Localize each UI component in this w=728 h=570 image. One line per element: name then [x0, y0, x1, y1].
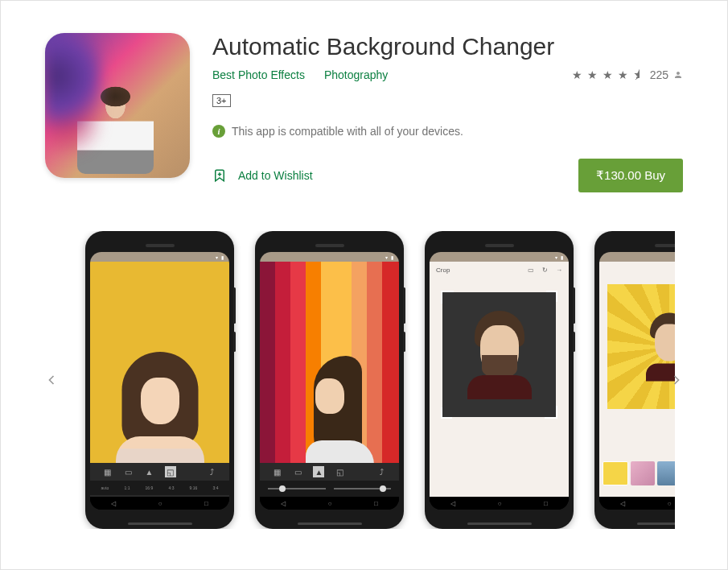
star-icons: ★ ★ ★ ★ ⯨ [572, 68, 645, 81]
compatibility-text: This app is compatible with all of your … [232, 125, 463, 138]
developer-link[interactable]: Best Photo Effects [212, 68, 305, 81]
image-icon: ▭ [292, 466, 303, 477]
screenshots-carousel: ▾ ▮ ▦ ▭ ▲ ◱ ⤴ [45, 231, 683, 529]
rating-block[interactable]: ★ ★ ★ ★ ⯨ 225 [572, 68, 683, 81]
info-icon: i [212, 125, 225, 138]
carousel-prev-button[interactable] [37, 366, 66, 394]
gallery-icon: ▦ [271, 466, 282, 477]
gallery-icon: ▦ [101, 466, 113, 477]
screenshot-3[interactable]: ▾ ▮ Crop ▭↻→ ◁○□ [425, 231, 574, 529]
app-title: Automatic Background Changer [212, 33, 683, 60]
share-icon: ⤴ [376, 466, 388, 477]
screenshot-1[interactable]: ▾ ▮ ▦ ▭ ▲ ◱ ⤴ [85, 231, 234, 529]
rotate-icon: ↻ [542, 266, 548, 274]
carousel-next-button[interactable] [662, 366, 691, 394]
share-icon: ⤴ [207, 466, 218, 477]
background-icon: ◱ [335, 466, 346, 477]
wishlist-label: Add to Wishlist [238, 169, 313, 182]
image-icon: ▭ [122, 466, 134, 477]
screenshot-2[interactable]: ▾ ▮ ▦ ▭ ▲ ◱ ⤴ [255, 231, 404, 529]
crop-title: Crop [436, 266, 450, 274]
background-thumbnails [599, 461, 675, 485]
person-icon: ▲ [143, 466, 154, 477]
category-link[interactable]: Photography [324, 68, 388, 81]
add-to-wishlist-button[interactable]: Add to Wishlist [212, 167, 313, 184]
crop-frame [442, 292, 556, 417]
person-icon [673, 70, 683, 80]
chevron-right-icon [668, 372, 685, 388]
chevron-left-icon [43, 372, 60, 388]
bookmark-add-icon [212, 167, 227, 184]
background-icon: ◱ [165, 466, 176, 477]
rating-count: 225 [650, 68, 668, 81]
done-icon: → [556, 266, 562, 274]
age-rating-badge: 3+ [212, 94, 231, 107]
buy-button[interactable]: ₹130.00 Buy [578, 159, 683, 192]
person-icon: ▲ [313, 466, 324, 477]
app-icon[interactable] [45, 33, 190, 178]
aspect-icon: ▭ [528, 266, 534, 274]
